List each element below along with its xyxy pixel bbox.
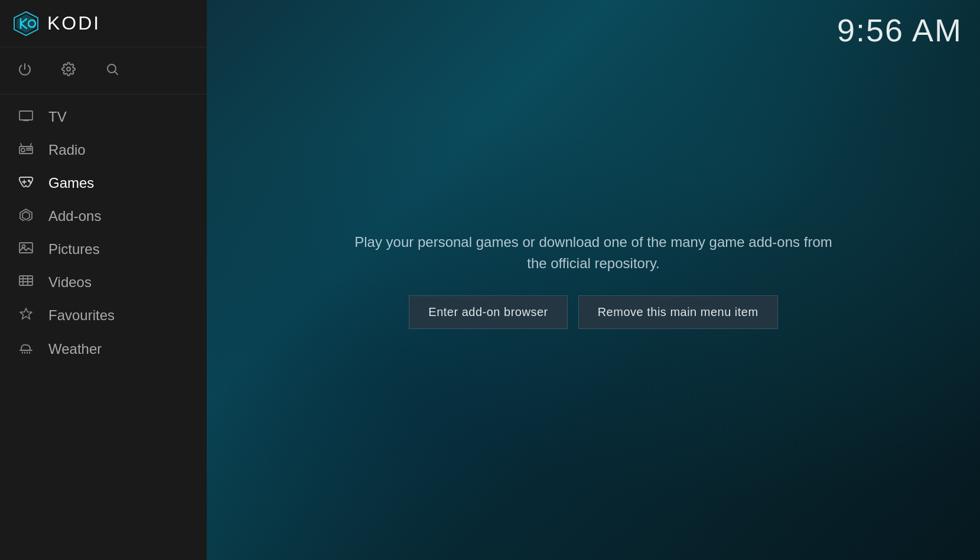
settings-icon[interactable] xyxy=(61,62,76,80)
sidebar-item-pictures[interactable]: Pictures xyxy=(0,233,207,266)
sidebar-item-tv-label: TV xyxy=(48,109,67,125)
remove-menu-item-button[interactable]: Remove this main menu item xyxy=(578,295,778,329)
sidebar-item-pictures-label: Pictures xyxy=(48,241,100,258)
radio-icon xyxy=(17,142,35,158)
sidebar-item-games-label: Games xyxy=(48,175,94,191)
sidebar-item-addons-label: Add-ons xyxy=(48,208,101,224)
svg-point-10 xyxy=(21,148,25,152)
addons-icon xyxy=(17,208,35,224)
sidebar-item-videos-label: Videos xyxy=(48,274,92,291)
svg-rect-21 xyxy=(19,243,32,253)
svg-rect-6 xyxy=(19,111,32,120)
svg-point-17 xyxy=(28,180,30,181)
kodi-logo-icon xyxy=(12,9,40,38)
svg-point-18 xyxy=(30,182,31,183)
games-info-panel: Play your personal games or download one… xyxy=(328,232,859,329)
enter-addon-browser-button[interactable]: Enter add-on browser xyxy=(409,295,567,329)
power-icon[interactable] xyxy=(18,62,32,80)
svg-marker-28 xyxy=(20,308,32,319)
sidebar-item-weather-label: Weather xyxy=(48,341,102,357)
sidebar-item-favourites-label: Favourites xyxy=(48,307,115,324)
control-bar xyxy=(0,47,207,95)
sidebar-item-games[interactable]: Games xyxy=(0,167,207,200)
sidebar-item-favourites[interactable]: Favourites xyxy=(0,299,207,332)
sidebar-item-weather[interactable]: Weather xyxy=(0,332,207,366)
app-header: KODI xyxy=(0,0,207,47)
sidebar-item-tv[interactable]: TV xyxy=(0,100,207,134)
svg-marker-1 xyxy=(17,14,35,33)
sidebar-item-videos[interactable]: Videos xyxy=(0,266,207,299)
nav-menu: TV Radio xyxy=(0,95,207,560)
tv-icon xyxy=(17,109,35,125)
search-icon[interactable] xyxy=(105,62,119,80)
games-description: Play your personal games or download one… xyxy=(351,232,836,274)
svg-marker-20 xyxy=(22,211,30,220)
games-icon xyxy=(17,175,35,191)
pictures-icon xyxy=(17,241,35,258)
weather-icon xyxy=(17,340,35,358)
action-buttons: Enter add-on browser Remove this main me… xyxy=(409,295,777,329)
clock: 9:56 AM xyxy=(837,12,962,48)
sidebar-item-addons[interactable]: Add-ons xyxy=(0,200,207,233)
svg-point-3 xyxy=(67,67,70,71)
svg-rect-23 xyxy=(19,276,32,285)
svg-line-5 xyxy=(115,71,118,74)
svg-point-4 xyxy=(108,64,116,73)
sidebar-item-radio[interactable]: Radio xyxy=(0,134,207,167)
sidebar-item-radio-label: Radio xyxy=(48,142,86,158)
main-content: 9:56 AM Play your personal games or down… xyxy=(207,0,980,560)
sidebar: KODI xyxy=(0,0,207,560)
app-title: KODI xyxy=(47,12,100,34)
videos-icon xyxy=(17,274,35,291)
favourites-icon xyxy=(17,307,35,324)
